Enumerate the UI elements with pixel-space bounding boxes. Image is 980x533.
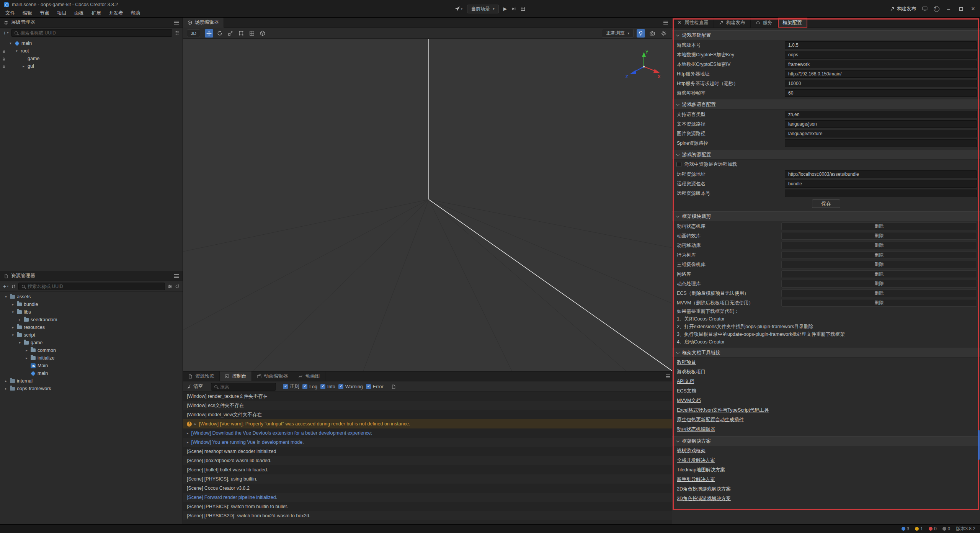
clear-console-button[interactable]: 清空 — [187, 383, 203, 390]
property-input[interactable] — [785, 41, 977, 49]
menu-item[interactable]: 帮助 — [127, 9, 144, 17]
delete-module-button[interactable]: 删除 — [781, 261, 977, 268]
section-header[interactable]: 框架模块裁剪 — [672, 211, 980, 221]
solution-link[interactable]: 2D角色扮演游戏解决方案 — [677, 486, 731, 492]
property-input[interactable] — [785, 170, 977, 178]
asset-node[interactable]: resources — [0, 324, 183, 331]
panel-menu-icon[interactable] — [663, 22, 668, 23]
doc-link[interactable]: 动画状态机编辑器 — [677, 426, 715, 433]
log-filter[interactable]: Info — [320, 384, 335, 389]
hierarchy-node[interactable]: game — [0, 55, 183, 62]
section-header[interactable]: 游戏资源配置 — [672, 150, 980, 160]
assets-search[interactable] — [18, 283, 165, 290]
step-button[interactable] — [511, 7, 516, 11]
tab-animation-editor[interactable]: 动画编辑器 — [252, 371, 294, 381]
delete-module-button[interactable]: 删除 — [781, 222, 977, 230]
dimension-toggle-button[interactable]: 3D — [187, 29, 200, 37]
hierarchy-node[interactable]: root — [0, 47, 183, 55]
console-log-line[interactable]: [Window] model_view文件夹不存在 — [183, 410, 672, 419]
property-input[interactable] — [785, 70, 977, 78]
section-header[interactable]: 游戏基础配置 — [672, 30, 980, 40]
property-input[interactable] — [785, 180, 977, 188]
property-input[interactable] — [785, 51, 977, 59]
assets-filter-icon[interactable] — [168, 284, 172, 289]
coordinate-toggle-button[interactable] — [258, 29, 267, 38]
save-button[interactable]: 保存 — [812, 199, 840, 208]
panel-menu-icon[interactable] — [666, 376, 670, 377]
console-search[interactable] — [211, 383, 276, 391]
log-filter[interactable]: Warning — [338, 384, 363, 389]
expand-arrow-icon[interactable] — [24, 356, 29, 360]
log-filter[interactable]: 正则 — [283, 383, 299, 390]
tab-build-publish[interactable]: 构建发布 — [714, 18, 751, 28]
solution-link[interactable]: 战棋游戏框架 — [677, 448, 706, 454]
delete-module-button[interactable]: 删除 — [781, 289, 977, 297]
console-search-input[interactable] — [220, 384, 273, 389]
menu-item[interactable]: 项目 — [53, 9, 70, 17]
maximize-button[interactable] — [958, 6, 964, 12]
asset-node[interactable]: seedrandom — [0, 316, 183, 324]
doc-link[interactable]: ECS文档 — [677, 388, 696, 394]
play-button[interactable] — [503, 6, 507, 11]
hierarchy-node[interactable]: gui — [0, 62, 183, 70]
tab-service[interactable]: 服务 — [751, 18, 778, 28]
close-button[interactable] — [970, 5, 976, 12]
log-filter[interactable]: Error — [366, 384, 384, 389]
expand-arrow-icon[interactable] — [4, 387, 8, 391]
sort-assets-icon[interactable] — [11, 284, 16, 289]
expand-arrow-icon[interactable] — [11, 310, 15, 314]
solution-link[interactable]: Tiledmap地图解决方案 — [677, 467, 725, 473]
tab-console[interactable]: 控制台 — [220, 371, 252, 381]
rect-tool-button[interactable] — [237, 29, 245, 38]
filter-checkbox[interactable] — [302, 384, 307, 389]
menu-item[interactable]: 面板 — [70, 9, 88, 17]
asset-node[interactable]: assets — [0, 293, 183, 301]
console-log-line[interactable]: [Scene] meshopt wasm decoder initialized — [183, 447, 672, 456]
tab-framework-config[interactable]: 框架配置 — [778, 18, 807, 28]
delete-module-button[interactable]: 删除 — [781, 299, 977, 307]
asset-node[interactable]: script — [0, 331, 183, 339]
doc-link[interactable]: Excel格式转Json文件与TypeScript代码工具 — [677, 407, 769, 414]
menu-item[interactable]: 节点 — [36, 9, 53, 17]
delete-module-button[interactable]: 删除 — [781, 280, 977, 288]
section-header[interactable]: 游戏多语言配置 — [672, 100, 980, 110]
section-header[interactable]: 框架文档工具链接 — [672, 348, 980, 358]
lock-icon[interactable] — [2, 57, 6, 60]
create-asset-button[interactable] — [3, 283, 8, 289]
expand-arrow-icon[interactable] — [194, 422, 196, 426]
console-log-line[interactable]: [Scene] [PHYSICS2D]: switch from box2d-w… — [183, 511, 672, 520]
layout-button[interactable] — [521, 7, 525, 11]
console-log-line[interactable]: [Scene] [box2d]:box2d wasm lib loaded. — [183, 456, 672, 465]
refresh-assets-icon[interactable] — [175, 284, 180, 289]
view-mode-select[interactable]: 正常浏览 — [602, 29, 634, 38]
expand-arrow-icon[interactable] — [11, 325, 15, 329]
expand-arrow-icon[interactable] — [4, 379, 8, 383]
minimize-button[interactable] — [946, 6, 952, 12]
asset-node[interactable]: bundle — [0, 301, 183, 308]
expand-arrow-icon[interactable] — [18, 341, 22, 345]
console-log-line[interactable]: [Scene] Forward render pipeline initiali… — [183, 493, 672, 502]
tab-inspector[interactable]: 属性检查器 — [672, 18, 714, 28]
inspector-scrollbar-thumb[interactable] — [978, 430, 980, 460]
axis-gizmo[interactable]: Y X Z — [625, 49, 663, 85]
console-log-line[interactable]: [Window] ecs文件夹不存在 — [183, 401, 672, 410]
console-log-line[interactable]: [Scene] [bullet]:bullet wasm lib loaded. — [183, 465, 672, 474]
move-tool-button[interactable] — [205, 29, 213, 38]
console-log-line[interactable]: [Window] You are running Vue in developm… — [183, 438, 672, 447]
build-publish-button[interactable]: 构建发布 — [890, 6, 916, 12]
solution-link[interactable]: 新手引导解决方案 — [677, 476, 715, 483]
help-icon[interactable]: ? — [934, 6, 939, 12]
solution-link[interactable]: 全栈开发解决方案 — [677, 457, 715, 464]
property-input[interactable] — [785, 80, 977, 87]
delete-module-button[interactable]: 删除 — [781, 251, 977, 259]
expand-arrow-icon[interactable] — [4, 295, 8, 299]
expand-arrow-icon[interactable] — [11, 302, 15, 306]
delete-module-button[interactable]: 删除 — [781, 270, 977, 278]
doc-link[interactable]: 游戏模板项目 — [677, 369, 706, 375]
console-log-line[interactable]: [Scene] [PHYSICS]: using builtin. — [183, 474, 672, 484]
asset-node[interactable]: common — [0, 347, 183, 354]
property-input[interactable] — [785, 130, 977, 137]
asset-node[interactable]: Main — [0, 362, 183, 370]
expand-arrow-icon[interactable] — [24, 348, 29, 352]
scene-settings-gear-icon[interactable] — [660, 29, 668, 38]
